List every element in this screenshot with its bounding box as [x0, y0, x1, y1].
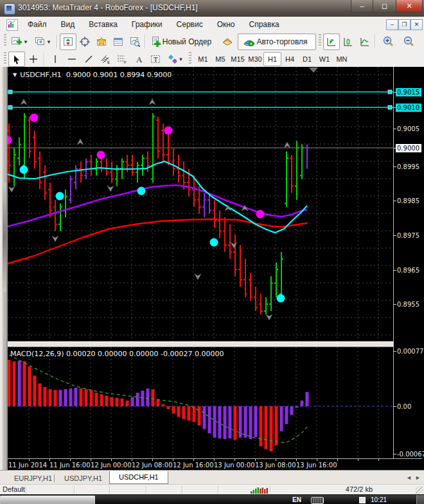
tabs-scroll-left[interactable]: ◄ [406, 474, 412, 481]
new-chart-button[interactable]: ▼ [8, 33, 31, 50]
macd-histogram-bar [110, 397, 114, 406]
scale-tick [394, 166, 396, 167]
line-handle[interactable] [8, 90, 12, 94]
mdi-close-button[interactable]: ✕ [411, 19, 423, 30]
timeframe-m30[interactable]: M30 [246, 52, 264, 66]
price-scale[interactable]: 0.90150.90100.90050.90000.89950.89850.89… [393, 67, 423, 470]
toolbar-grip[interactable] [319, 34, 321, 47]
auto-trading-button[interactable]: Авто-торговля [238, 33, 316, 50]
time-tick [49, 459, 50, 461]
menu-item-0[interactable]: Файл [21, 17, 54, 32]
fibonacci-button[interactable]: F [114, 51, 130, 67]
statusbar-divider [26, 486, 27, 494]
statusbar-divider [218, 486, 219, 494]
line-handle[interactable] [388, 90, 392, 94]
text-tool-button[interactable]: A [130, 51, 147, 67]
macd-histogram-bar [75, 388, 78, 406]
left-window-edge[interactable] [0, 67, 8, 470]
equidistant-channel-button[interactable]: E [97, 51, 114, 67]
windows-taskbar: EN 10:21 [0, 494, 424, 504]
tab-usdjpyh1[interactable]: USDJPY,H1 [59, 473, 107, 484]
data-window-button[interactable] [76, 33, 93, 50]
timeframe-d1[interactable]: D1 [298, 52, 316, 66]
panel-splitter[interactable] [8, 341, 422, 347]
metaeditor-button[interactable] [218, 33, 236, 50]
menu-item-1[interactable]: Вид [54, 17, 82, 32]
terminal-icon [113, 37, 123, 47]
zoom-in-button[interactable] [378, 33, 398, 50]
statusbar-divider [146, 486, 147, 494]
price-bar [79, 162, 83, 183]
menu-item-2[interactable]: Вставка [82, 17, 125, 32]
horizontal-line-button[interactable] [64, 51, 80, 67]
show-desktop-button[interactable] [416, 495, 424, 504]
terminal-button[interactable] [110, 33, 127, 50]
strategy-tester-button[interactable] [127, 33, 143, 50]
minimize-button[interactable]: – [351, 0, 373, 13]
line-chart-type-button[interactable] [357, 33, 373, 50]
macd-histogram-bar [244, 406, 247, 438]
mdi-restore-button[interactable]: ❐ [398, 19, 411, 30]
tab-eurjpyh1[interactable]: EURJPY,H1 [9, 473, 57, 484]
profile-label[interactable]: Default [3, 485, 26, 493]
timeframe-m5[interactable]: M5 [211, 52, 229, 66]
macd-histogram-bar [213, 406, 216, 438]
tabs-scroll-right[interactable]: ► [415, 474, 421, 481]
line-handle[interactable] [388, 105, 392, 109]
tray-icon[interactable] [359, 497, 366, 503]
bar-chart-type-button[interactable] [323, 33, 340, 50]
timeframe-m15[interactable]: M15 [229, 52, 247, 66]
title-bar[interactable]: 3014953: MetaTrader 4 - RoboForex - [USD… [0, 0, 424, 17]
time-tick [255, 459, 256, 461]
price-bar [300, 145, 304, 179]
close-button[interactable]: ✕ [396, 0, 423, 13]
price-bar [94, 158, 98, 176]
timeframe-h1[interactable]: H1 [263, 52, 281, 66]
main-chart[interactable] [8, 67, 393, 341]
timeframe-h4[interactable]: H4 [281, 52, 299, 66]
profiles-button[interactable]: ▼ [31, 33, 55, 50]
chart-system-icon[interactable] [6, 19, 18, 31]
macd-histogram-bar [80, 388, 83, 406]
macd-histogram-bar [8, 360, 11, 406]
timeframe-w1[interactable]: W1 [315, 52, 333, 66]
trendline-button[interactable] [80, 51, 97, 67]
candlestick-type-button[interactable] [340, 33, 357, 50]
market-watch-button[interactable] [60, 33, 76, 50]
navigator-button[interactable] [93, 33, 110, 50]
macd-histogram-bar [229, 406, 232, 438]
new-order-button[interactable]: Новый Ордер [148, 33, 217, 50]
timeframe-m1[interactable]: M1 [194, 52, 212, 66]
line-handle[interactable] [8, 105, 12, 109]
chart-tab-bar: EURJPY,H1USDJPY,H1USDCHF,H1◄► [0, 470, 424, 485]
tab-usdchfh1[interactable]: USDCHF,H1 [109, 471, 168, 484]
menu-item-5[interactable]: Окно [210, 17, 242, 32]
text-label-button[interactable]: T [147, 51, 164, 67]
toolbar-grip[interactable] [189, 52, 191, 65]
cyan-signal-dot [20, 166, 28, 174]
time-axis[interactable]: 11 Jun 201411 Jun 16:0012 Jun 00:0012 Ju… [8, 458, 422, 471]
toolbar-grip[interactable] [4, 34, 6, 47]
crosshair-tool-button[interactable] [25, 51, 42, 67]
toolbar-grip[interactable] [4, 52, 6, 65]
language-indicator[interactable]: EN [292, 496, 301, 503]
arrows-tool-button[interactable]: ▼ [164, 51, 187, 67]
menu-item-6[interactable]: Справка [242, 17, 287, 32]
menu-bar: ФайлВидВставкаГрафикиСервисОкноСправка –… [0, 17, 424, 33]
macd-panel[interactable] [8, 347, 393, 458]
price-scale-label: 0.9005 [397, 125, 421, 133]
keyboard-icon[interactable] [311, 497, 324, 504]
clock-label[interactable]: 10:21 [371, 496, 387, 503]
mdi-minimize-button[interactable]: – [386, 19, 398, 30]
taskbar-app-button[interactable] [0, 496, 95, 504]
resize-grip[interactable] [416, 487, 423, 494]
zoom-out-button[interactable] [398, 33, 419, 50]
cursor-button[interactable] [8, 51, 25, 67]
menu-item-3[interactable]: Графики [125, 17, 170, 32]
menu-item-4[interactable]: Сервис [170, 17, 210, 32]
timeframe-mn[interactable]: MN [333, 52, 351, 66]
price-bar [285, 151, 288, 206]
fractal-up-arrow [77, 139, 84, 145]
maximize-button[interactable]: ◻ [373, 0, 396, 13]
vertical-line-button[interactable] [47, 51, 64, 67]
